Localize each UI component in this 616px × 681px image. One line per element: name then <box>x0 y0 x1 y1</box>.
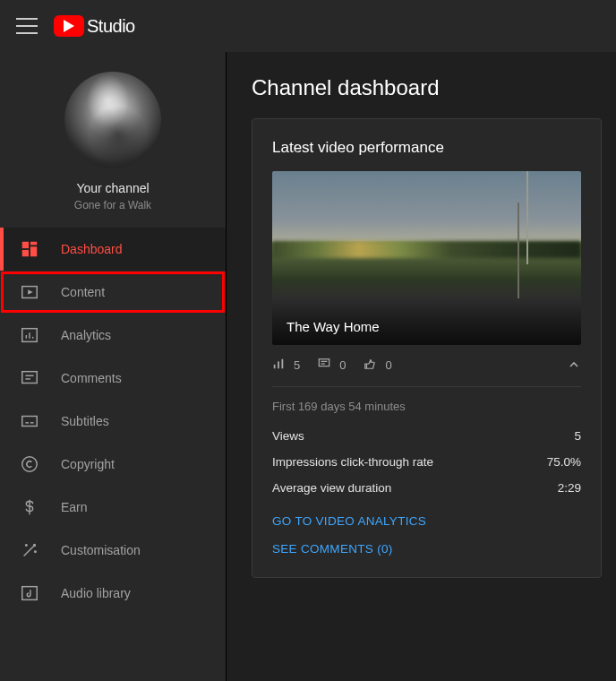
svg-point-19 <box>26 545 27 546</box>
subtitles-icon <box>20 411 39 431</box>
dashboard-icon <box>20 239 39 259</box>
metric-value: 5 <box>574 429 581 443</box>
sidebar-item-dashboard[interactable]: Dashboard <box>0 228 226 271</box>
svg-rect-2 <box>30 246 37 256</box>
metric-value: 75.0% <box>547 455 581 469</box>
main-content: Channel dashboard Latest video performan… <box>227 52 616 681</box>
video-title: The Way Home <box>287 319 380 334</box>
music-icon <box>20 583 39 603</box>
sidebar-item-customisation[interactable]: Customisation <box>0 529 226 572</box>
sidebar-item-copyright[interactable]: Copyright <box>0 443 226 486</box>
svg-rect-23 <box>278 361 279 368</box>
latest-video-card: Latest video performance The Way Home 5 … <box>252 118 602 578</box>
logo[interactable]: Studio <box>54 15 135 37</box>
metric-row: Impressions click-through rate 75.0% <box>272 455 581 469</box>
sidebar-item-label: Analytics <box>61 328 111 342</box>
svg-rect-24 <box>282 359 284 369</box>
stat-value: 0 <box>385 358 391 372</box>
svg-line-17 <box>24 546 34 556</box>
divider <box>272 386 581 387</box>
chevron-up-icon[interactable] <box>567 358 581 372</box>
wand-icon <box>20 540 39 560</box>
sidebar-item-label: Earn <box>61 500 88 514</box>
metric-row: Views 5 <box>272 429 581 443</box>
svg-point-15 <box>22 457 38 472</box>
thumb-up-icon <box>364 358 378 372</box>
sidebar-nav: Dashboard Content Analytics Comments <box>0 228 226 615</box>
stat-value: 5 <box>294 358 300 372</box>
sidebar-item-label: Comments <box>61 371 122 385</box>
sidebar-item-comments[interactable]: Comments <box>0 357 226 400</box>
metric-row: Average view duration 2:29 <box>272 481 581 495</box>
channel-label: Your channel <box>76 181 149 195</box>
metric-label: Impressions click-through rate <box>272 455 433 469</box>
play-box-icon <box>20 282 39 302</box>
page-title: Channel dashboard <box>252 75 602 100</box>
sidebar-item-label: Dashboard <box>61 242 123 256</box>
sidebar-item-earn[interactable]: Earn <box>0 486 226 529</box>
svg-rect-1 <box>30 242 37 246</box>
menu-icon[interactable] <box>16 18 38 34</box>
stat-value: 0 <box>339 358 346 372</box>
bar-chart-icon <box>20 325 39 345</box>
card-title: Latest video performance <box>272 139 581 157</box>
sidebar-item-analytics[interactable]: Analytics <box>0 314 226 357</box>
svg-rect-12 <box>22 417 38 427</box>
sidebar-item-label: Customisation <box>61 543 141 557</box>
youtube-play-icon <box>54 15 84 37</box>
svg-rect-21 <box>22 587 38 600</box>
bar-chart-icon <box>272 358 287 372</box>
svg-point-18 <box>34 545 36 547</box>
sidebar: Your channel Gone for a Walk Dashboard C… <box>0 52 227 681</box>
sidebar-item-label: Audio library <box>61 586 131 600</box>
metric-label: Views <box>272 429 304 443</box>
svg-rect-0 <box>22 242 29 248</box>
link-see-comments[interactable]: SEE COMMENTS (0) <box>272 542 581 556</box>
stat-views: 5 <box>272 358 300 372</box>
sidebar-item-content[interactable]: Content <box>0 271 226 314</box>
dollar-icon <box>20 497 39 517</box>
svg-rect-9 <box>22 372 38 384</box>
logo-text: Studio <box>87 16 135 37</box>
video-thumbnail[interactable]: The Way Home <box>272 171 581 345</box>
svg-rect-3 <box>22 250 29 256</box>
copyright-icon <box>20 454 39 474</box>
metric-value: 2:29 <box>558 481 581 495</box>
svg-rect-22 <box>274 365 276 368</box>
comment-icon <box>318 358 332 372</box>
link-video-analytics[interactable]: GO TO VIDEO ANALYTICS <box>272 514 581 528</box>
card-links: GO TO VIDEO ANALYTICS SEE COMMENTS (0) <box>272 514 581 556</box>
sidebar-item-subtitles[interactable]: Subtitles <box>0 400 226 443</box>
metric-label: Average view duration <box>272 481 391 495</box>
svg-rect-25 <box>320 359 329 366</box>
sidebar-item-audio[interactable]: Audio library <box>0 572 226 615</box>
stats-row: 5 0 0 <box>272 345 581 386</box>
svg-point-20 <box>35 551 36 552</box>
stat-comments: 0 <box>318 358 346 372</box>
channel-block: Your channel Gone for a Walk <box>0 52 226 228</box>
sidebar-item-label: Copyright <box>61 457 115 471</box>
period-text: First 169 days 54 minutes <box>272 400 581 413</box>
sidebar-item-label: Subtitles <box>61 414 109 428</box>
sidebar-item-label: Content <box>61 285 105 299</box>
metrics-list: Views 5 Impressions click-through rate 7… <box>272 429 581 495</box>
stat-likes: 0 <box>364 358 391 372</box>
comment-icon <box>20 368 39 388</box>
app-header: Studio <box>0 0 616 52</box>
avatar[interactable] <box>64 72 161 168</box>
channel-name: Gone for a Walk <box>74 199 151 211</box>
